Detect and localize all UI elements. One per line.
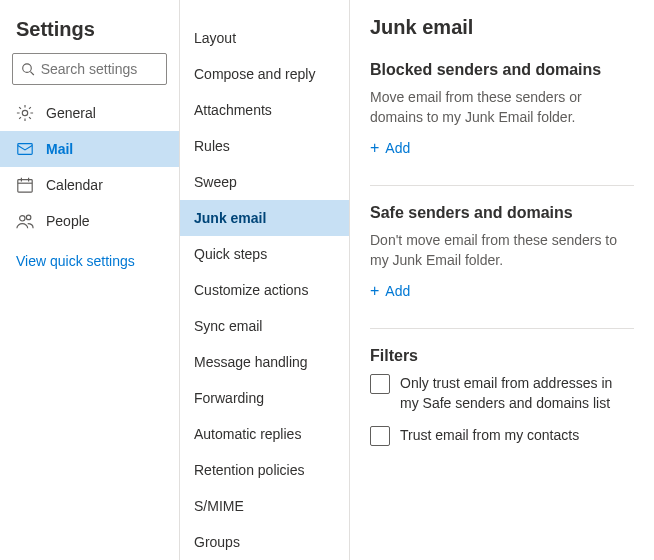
gear-icon <box>16 104 34 122</box>
svg-rect-3 <box>18 144 32 155</box>
nav-item-calendar[interactable]: Calendar <box>0 167 179 203</box>
filter-trust-contacts[interactable]: Trust email from my contacts <box>370 425 634 446</box>
blocked-section: Blocked senders and domains Move email f… <box>370 61 634 186</box>
subnav-junk-email[interactable]: Junk email <box>180 200 349 236</box>
add-label: Add <box>385 140 410 156</box>
subnav-groups[interactable]: Groups <box>180 524 349 560</box>
nav-item-label: Mail <box>46 141 73 157</box>
calendar-icon <box>16 176 34 194</box>
subnav-message-handling[interactable]: Message handling <box>180 344 349 380</box>
filter-only-trust-safe[interactable]: Only trust email from addresses in my Sa… <box>370 373 634 413</box>
safe-section: Safe senders and domains Don't move emai… <box>370 204 634 329</box>
subnav-quick-steps[interactable]: Quick steps <box>180 236 349 272</box>
nav-item-mail[interactable]: Mail <box>0 131 179 167</box>
filters-section: Filters Only trust email from addresses … <box>370 347 634 486</box>
settings-title: Settings <box>0 14 179 53</box>
subnav-sync-email[interactable]: Sync email <box>180 308 349 344</box>
svg-point-9 <box>26 215 31 220</box>
nav-item-people[interactable]: People <box>0 203 179 239</box>
svg-point-0 <box>23 64 32 73</box>
subnav-smime[interactable]: S/MIME <box>180 488 349 524</box>
search-input[interactable] <box>41 61 158 77</box>
safe-desc: Don't move email from these senders to m… <box>370 230 634 270</box>
subnav-sweep[interactable]: Sweep <box>180 164 349 200</box>
plus-icon: + <box>370 282 379 300</box>
svg-point-8 <box>20 216 25 221</box>
subnav-layout[interactable]: Layout <box>180 20 349 56</box>
settings-content: Junk email Blocked senders and domains M… <box>350 0 654 560</box>
subnav-forwarding[interactable]: Forwarding <box>180 380 349 416</box>
search-container[interactable] <box>12 53 167 85</box>
nav-item-label: General <box>46 105 96 121</box>
search-icon <box>21 61 35 77</box>
filter-label: Trust email from my contacts <box>400 425 579 445</box>
blocked-title: Blocked senders and domains <box>370 61 634 79</box>
settings-sidebar: Settings General Mail Calendar People <box>0 0 180 560</box>
filter-trust-contacts-checkbox[interactable] <box>370 426 390 446</box>
plus-icon: + <box>370 139 379 157</box>
nav-list: General Mail Calendar People <box>0 95 179 239</box>
safe-title: Safe senders and domains <box>370 204 634 222</box>
mail-icon <box>16 140 34 158</box>
subnav-retention-policies[interactable]: Retention policies <box>180 452 349 488</box>
svg-point-2 <box>22 110 27 115</box>
svg-line-1 <box>30 72 33 75</box>
filter-only-trust-safe-checkbox[interactable] <box>370 374 390 394</box>
add-label: Add <box>385 283 410 299</box>
nav-item-label: People <box>46 213 90 229</box>
subnav-customize-actions[interactable]: Customize actions <box>180 272 349 308</box>
subnav-rules[interactable]: Rules <box>180 128 349 164</box>
filters-title: Filters <box>370 347 634 365</box>
blocked-desc: Move email from these senders or domains… <box>370 87 634 127</box>
people-icon <box>16 212 34 230</box>
add-blocked-button[interactable]: + Add <box>370 139 410 157</box>
subnav-attachments[interactable]: Attachments <box>180 92 349 128</box>
svg-rect-4 <box>18 180 32 193</box>
add-safe-button[interactable]: + Add <box>370 282 410 300</box>
nav-item-label: Calendar <box>46 177 103 193</box>
subnav-automatic-replies[interactable]: Automatic replies <box>180 416 349 452</box>
nav-item-general[interactable]: General <box>0 95 179 131</box>
view-quick-settings-link[interactable]: View quick settings <box>0 239 179 283</box>
filter-label: Only trust email from addresses in my Sa… <box>400 373 634 413</box>
mail-subnav: Layout Compose and reply Attachments Rul… <box>180 0 350 560</box>
subnav-compose-and-reply[interactable]: Compose and reply <box>180 56 349 92</box>
page-title: Junk email <box>370 16 634 39</box>
